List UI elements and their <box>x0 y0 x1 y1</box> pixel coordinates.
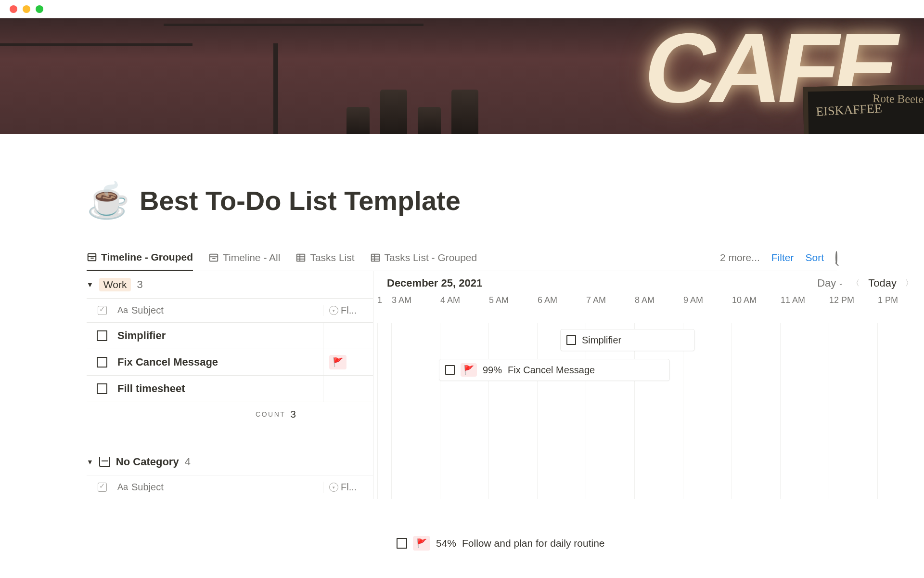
page-title[interactable]: Best To-Do List Template <box>140 185 461 216</box>
hour-label: 10 AM <box>732 295 781 305</box>
minimize-window-button[interactable] <box>23 5 30 13</box>
table-icon <box>295 252 306 263</box>
column-headers: AaSubject ▾Fl... <box>87 475 373 499</box>
search-button[interactable] <box>835 252 837 263</box>
column-headers: AaSubject ▾Fl... <box>87 298 373 322</box>
timeline-date: December 25, 2021 <box>387 277 482 289</box>
count-value: 3 <box>290 408 296 420</box>
event-checkbox[interactable] <box>397 538 407 549</box>
event-name: Fix Cancel Message <box>508 365 595 376</box>
cover-decor <box>0 43 192 46</box>
chevron-down-icon: ⌄ <box>838 280 843 287</box>
event-name: Follow and plan for daily routine <box>462 538 605 549</box>
group-badge: Work <box>99 278 131 291</box>
task-checkbox[interactable] <box>97 330 107 341</box>
page-emoji[interactable]: ☕ <box>87 180 130 221</box>
hour-label: 9 AM <box>683 295 732 305</box>
task-name[interactable]: Fill timesheet <box>117 382 185 395</box>
group-header-no-category[interactable]: ▼ No Category 4 <box>87 449 373 475</box>
timeline-event[interactable]: Simplifier <box>560 329 695 351</box>
checkbox-column-icon[interactable] <box>98 483 107 492</box>
prev-button[interactable]: 〈 <box>850 278 861 289</box>
group-header-work[interactable]: ▼ Work 3 <box>87 271 373 298</box>
flag-icon: 🚩 <box>416 538 427 549</box>
more-views-button[interactable]: 2 more... <box>720 252 760 263</box>
hour-label: 4 AM <box>440 295 489 305</box>
group-summary: COUNT 3 <box>87 402 373 426</box>
timeline-hours: 1 3 AM 4 AM 5 AM 6 AM 7 AM 8 AM 9 AM 10 … <box>373 295 924 315</box>
task-name[interactable]: Fix Cancel Message <box>117 356 218 368</box>
sort-button[interactable]: Sort <box>805 252 824 263</box>
svg-rect-0 <box>88 253 96 261</box>
svg-rect-10 <box>371 254 379 261</box>
search-icon <box>835 251 837 264</box>
event-percent: 99% <box>483 365 502 376</box>
count-label: COUNT <box>256 410 285 418</box>
inbox-icon <box>99 457 110 467</box>
hour-label: 6 AM <box>538 295 586 305</box>
tab-label: Tasks List - Grouped <box>385 252 477 263</box>
table-icon <box>370 252 381 263</box>
flag-badge: 🚩 <box>413 536 430 551</box>
svg-rect-3 <box>210 254 218 261</box>
disclosure-icon[interactable]: ▼ <box>87 458 93 466</box>
titlebar <box>0 0 924 18</box>
hour-label: 12 PM <box>829 295 878 305</box>
select-icon: ▾ <box>329 306 338 315</box>
task-checkbox[interactable] <box>97 357 107 368</box>
flag-badge: 🚩 <box>461 363 477 377</box>
maximize-window-button[interactable] <box>36 5 43 13</box>
hour-label: 11 AM <box>781 295 829 305</box>
group-count: 4 <box>185 456 191 468</box>
view-tabs: Timeline - Grouped Timeline - All Tasks … <box>87 244 837 271</box>
hour-label: 3 AM <box>392 295 440 305</box>
tab-label: Tasks List <box>310 252 354 263</box>
column-subject[interactable]: AaSubject <box>117 305 323 316</box>
hour-label: 1 <box>377 295 392 305</box>
column-subject[interactable]: AaSubject <box>117 482 323 493</box>
cover-decor <box>164 24 424 26</box>
timeline-scale-select[interactable]: Day⌄ <box>817 277 843 289</box>
flag-icon: 🚩 <box>333 357 343 368</box>
task-checkbox[interactable] <box>97 383 107 394</box>
hour-label: 1 PM <box>878 295 924 305</box>
tab-label: Timeline - Grouped <box>101 251 193 263</box>
today-button[interactable]: Today <box>868 277 897 289</box>
event-checkbox[interactable] <box>566 335 576 345</box>
task-row[interactable]: Fill timesheet <box>87 375 373 402</box>
close-window-button[interactable] <box>10 5 17 13</box>
disclosure-icon[interactable]: ▼ <box>87 281 93 289</box>
tab-tasks-list-grouped[interactable]: Tasks List - Grouped <box>370 244 477 271</box>
page-cover[interactable]: CAFE EISKAFFEE Rote Beete <box>0 18 924 134</box>
timeline-header: December 25, 2021 Day⌄ 〈 Today 〉 <box>373 271 924 295</box>
tab-timeline-grouped[interactable]: Timeline - Grouped <box>87 245 193 271</box>
checkbox-column-icon[interactable] <box>98 306 107 315</box>
cover-decor <box>273 43 278 134</box>
column-flag[interactable]: ▾Fl... <box>323 482 373 493</box>
event-name: Simplifier <box>582 335 621 346</box>
timeline-icon <box>87 252 97 263</box>
flag-badge: 🚩 <box>329 355 346 369</box>
cover-decor <box>346 90 478 134</box>
hour-label: 5 AM <box>489 295 538 305</box>
select-icon: ▾ <box>329 483 338 492</box>
hour-label: 7 AM <box>586 295 635 305</box>
group-name: No Category <box>116 456 179 468</box>
svg-rect-6 <box>297 254 305 261</box>
task-name[interactable]: Simplifier <box>117 329 166 342</box>
task-row[interactable]: Simplifier <box>87 322 373 349</box>
tab-tasks-list[interactable]: Tasks List <box>295 244 354 271</box>
hour-label: 8 AM <box>635 295 683 305</box>
event-checkbox[interactable] <box>445 365 455 375</box>
tab-label: Timeline - All <box>223 252 280 263</box>
next-button[interactable]: 〉 <box>903 278 915 289</box>
filter-button[interactable]: Filter <box>771 252 794 263</box>
flag-icon: 🚩 <box>463 365 474 375</box>
timeline-icon <box>208 252 219 263</box>
task-row[interactable]: Fix Cancel Message 🚩 <box>87 349 373 375</box>
column-flag[interactable]: ▾Fl... <box>323 305 373 316</box>
group-count: 3 <box>137 278 142 291</box>
timeline-event[interactable]: 🚩 99% Fix Cancel Message <box>439 359 670 381</box>
cover-chalkboard: EISKAFFEE Rote Beete <box>803 85 924 134</box>
tab-timeline-all[interactable]: Timeline - All <box>208 244 280 271</box>
